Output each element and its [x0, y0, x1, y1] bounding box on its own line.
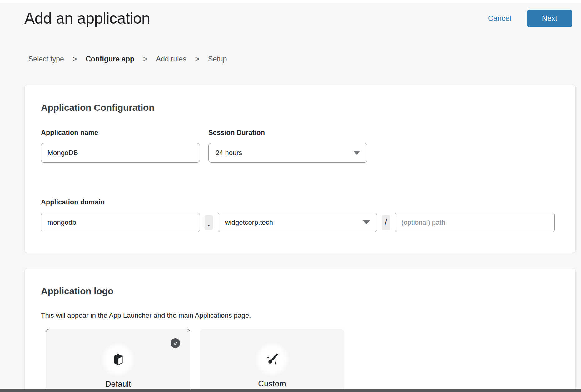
- application-name-field: Application name: [41, 129, 200, 163]
- breadcrumb-step-configure-app[interactable]: Configure app: [86, 55, 134, 63]
- slash-separator: /: [382, 215, 390, 230]
- page-title: Add an application: [24, 9, 150, 27]
- chevron-down-icon: [363, 220, 370, 224]
- application-domain-label: Application domain: [41, 198, 559, 206]
- application-logo-description: This will appear in the App Launcher and…: [41, 311, 559, 320]
- selected-check-badge: [171, 338, 180, 348]
- dot-separator: .: [205, 215, 213, 230]
- cube-icon: [112, 353, 124, 366]
- application-domain-row: . widgetcorp.tech /: [41, 213, 559, 232]
- breadcrumb-step-select-type[interactable]: Select type: [28, 55, 64, 63]
- breadcrumb-separator: >: [195, 55, 199, 63]
- logo-option-default[interactable]: Default: [46, 329, 190, 392]
- logo-option-label: Custom: [258, 379, 286, 389]
- logo-option-label: Default: [105, 379, 131, 389]
- next-button[interactable]: Next: [527, 10, 572, 27]
- application-configuration-card: Application Configuration Application na…: [24, 85, 576, 253]
- application-logo-heading: Application logo: [41, 286, 559, 296]
- custom-logo-circle: [260, 347, 284, 371]
- logo-option-custom[interactable]: Custom: [200, 329, 344, 392]
- bottom-window-edge: [0, 389, 581, 392]
- session-duration-field: Session Duration 24 hours: [208, 129, 367, 163]
- session-duration-label: Session Duration: [208, 129, 367, 137]
- breadcrumb-separator: >: [73, 55, 77, 63]
- application-configuration-heading: Application Configuration: [41, 102, 559, 113]
- application-name-input[interactable]: [41, 143, 200, 163]
- logo-options: Default Custom: [46, 329, 559, 392]
- session-duration-select[interactable]: 24 hours: [208, 143, 367, 163]
- chevron-down-icon: [353, 151, 360, 155]
- session-duration-value: 24 hours: [216, 149, 242, 157]
- subdomain-input[interactable]: [41, 213, 200, 232]
- window-top-strip: [0, 0, 581, 3]
- cancel-button[interactable]: Cancel: [488, 14, 511, 23]
- check-icon: [173, 341, 178, 346]
- breadcrumb: Select type > Configure app > Add rules …: [28, 55, 581, 63]
- path-input[interactable]: [395, 213, 555, 232]
- application-logo-card: Application logo This will appear in the…: [24, 268, 576, 392]
- domain-select-value: widgetcorp.tech: [225, 218, 273, 227]
- default-logo-circle: [106, 347, 130, 372]
- page-header: Add an application Cancel Next: [0, 0, 581, 27]
- application-domain-field: Application domain . widgetcorp.tech /: [41, 198, 559, 232]
- breadcrumb-step-setup[interactable]: Setup: [208, 55, 227, 63]
- name-duration-row: Application name Session Duration 24 hou…: [41, 129, 559, 163]
- breadcrumb-separator: >: [143, 55, 147, 63]
- header-actions: Cancel Next: [488, 10, 572, 27]
- application-name-label: Application name: [41, 129, 200, 137]
- main-content: Application Configuration Application na…: [24, 85, 576, 392]
- paintbrush-icon: [266, 353, 279, 366]
- domain-select[interactable]: widgetcorp.tech: [218, 213, 377, 232]
- breadcrumb-step-add-rules[interactable]: Add rules: [156, 55, 186, 63]
